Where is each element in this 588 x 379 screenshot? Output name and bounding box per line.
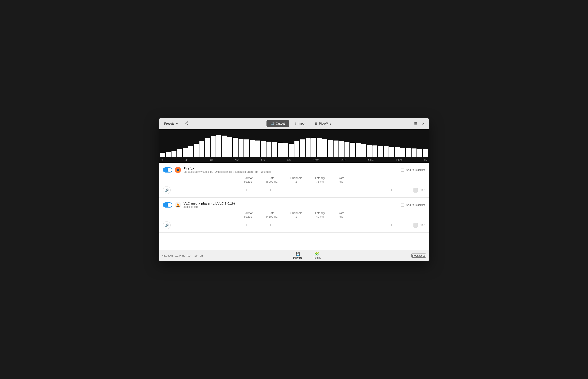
vlc-volume-row: 🔊 100 bbox=[163, 221, 425, 229]
eq-bar bbox=[227, 137, 232, 157]
eq-bar bbox=[406, 148, 411, 157]
firefox-volume-row: 🔊 100 bbox=[163, 186, 425, 194]
output-icon: 🔊 bbox=[271, 122, 274, 125]
eq-bar bbox=[222, 136, 227, 157]
eq-bar bbox=[289, 144, 294, 157]
eq-bar bbox=[244, 140, 249, 157]
firefox-volume-value: 100 bbox=[419, 189, 425, 192]
eq-bar bbox=[211, 136, 216, 157]
plugins-tab-icon: 🧩 bbox=[315, 252, 319, 256]
firefox-format: Format F32LE bbox=[244, 176, 253, 183]
close-button[interactable]: ✕ bbox=[421, 121, 426, 126]
firefox-latency: Latency 75 ms bbox=[315, 176, 325, 183]
eq-labels: 20 40 80 159 317 632 1262 2518 5024 1002… bbox=[159, 159, 429, 161]
tab-output[interactable]: 🔊 Output bbox=[267, 120, 289, 127]
vlc-rate: Rate 44100 Hz bbox=[265, 211, 277, 218]
vlc-format: Format F32LE bbox=[244, 211, 253, 218]
blocklist-toggle-button[interactable]: Blocklist ▲ bbox=[411, 253, 426, 258]
firefox-blocklist-wrap: Add to Blocklist bbox=[401, 168, 425, 172]
eq-bar bbox=[294, 141, 299, 157]
eq-bar bbox=[378, 146, 383, 157]
menu-button[interactable]: ☰ bbox=[413, 121, 418, 126]
eq-bar bbox=[334, 141, 338, 157]
blocklist-btn-label: Blocklist ▲ bbox=[412, 254, 426, 257]
player-header-vlc: VLC VLC media player (LibVLC 3.0.16) aud… bbox=[163, 202, 425, 208]
main-tabs: 🔊 Output 🎙 Input 🖥 PipeWire bbox=[192, 120, 410, 127]
eq-bar bbox=[372, 145, 377, 157]
firefox-blocklist-label: Add to Blocklist bbox=[406, 168, 425, 172]
vlc-blocklist-checkbox[interactable] bbox=[401, 203, 404, 207]
eq-bar bbox=[233, 138, 238, 157]
firefox-subtitle: Big Buck Bunny 60fps 4K · Official Blend… bbox=[184, 170, 398, 174]
firefox-volume-icon[interactable]: 🔊 bbox=[163, 186, 171, 194]
eq-bar bbox=[423, 149, 428, 157]
vlc-subtitle: audio stream bbox=[184, 205, 398, 208]
content-area: Firefox Big Buck Bunny 60fps 4K · Offici… bbox=[159, 163, 429, 250]
eq-bar bbox=[199, 141, 204, 157]
players-tab-icon: 💾 bbox=[296, 252, 300, 256]
bottom-tab-players[interactable]: 💾 Players bbox=[288, 251, 308, 261]
presets-label: Presets bbox=[164, 122, 174, 125]
eq-bar bbox=[350, 143, 355, 157]
presets-chevron-icon: ▼ bbox=[175, 122, 178, 125]
shuffle-button[interactable] bbox=[183, 120, 189, 127]
eq-bar bbox=[389, 147, 394, 157]
vlc-latency: Latency 40 ms bbox=[315, 211, 325, 218]
vlc-icon: VLC bbox=[175, 202, 181, 208]
firefox-icon bbox=[175, 167, 181, 173]
firefox-blocklist-checkbox[interactable] bbox=[401, 168, 404, 172]
eq-bar bbox=[417, 149, 422, 157]
main-window: Presets ▼ 🔊 Output 🎙 Input 🖥 PipeWire bbox=[159, 118, 429, 261]
eq-bar bbox=[367, 145, 372, 157]
firefox-state: State idle bbox=[338, 176, 344, 183]
tab-input[interactable]: 🎙 Input bbox=[290, 120, 309, 127]
eq-bar bbox=[267, 142, 271, 157]
firefox-toggle[interactable] bbox=[163, 167, 172, 173]
window-controls: ☰ ✕ bbox=[413, 121, 426, 126]
vlc-blocklist-label: Add to Blocklist bbox=[406, 203, 425, 206]
bottom-bar: 48.0 kHz 10.0 ms -14 -16 dB 💾 Players 🧩 … bbox=[159, 250, 429, 261]
vlc-volume-icon[interactable]: 🔊 bbox=[163, 221, 171, 229]
eq-bar bbox=[339, 141, 344, 157]
eq-bar bbox=[311, 138, 316, 157]
svg-text:VLC: VLC bbox=[176, 205, 180, 207]
player-card-firefox: Firefox Big Buck Bunny 60fps 4K · Offici… bbox=[159, 163, 429, 198]
firefox-name-wrap: Firefox Big Buck Bunny 60fps 4K · Offici… bbox=[184, 167, 398, 174]
eq-bar bbox=[400, 148, 405, 157]
firefox-volume-slider[interactable] bbox=[174, 188, 416, 192]
titlebar: Presets ▼ 🔊 Output 🎙 Input 🖥 PipeWire bbox=[159, 118, 429, 129]
eq-bar bbox=[194, 144, 199, 157]
player-card-vlc: VLC VLC media player (LibVLC 3.0.16) aud… bbox=[159, 198, 429, 233]
eq-bar bbox=[283, 143, 288, 157]
eq-bar bbox=[412, 148, 416, 157]
empty-area bbox=[159, 233, 429, 250]
eq-bar bbox=[216, 135, 221, 157]
bottom-tab-plugins[interactable]: 🧩 Plugins bbox=[308, 251, 326, 261]
player-header-firefox: Firefox Big Buck Bunny 60fps 4K · Offici… bbox=[163, 167, 425, 174]
vlc-channels: Channels 1 bbox=[290, 211, 302, 218]
vlc-name: VLC media player (LibVLC 3.0.16) bbox=[184, 202, 398, 205]
vlc-volume-slider[interactable] bbox=[174, 223, 416, 227]
eq-bar bbox=[250, 140, 255, 157]
vlc-toggle[interactable] bbox=[163, 202, 172, 207]
db-val1: -14 bbox=[187, 254, 191, 257]
eq-bar bbox=[395, 147, 400, 157]
eq-bar bbox=[322, 139, 327, 157]
eq-bar bbox=[177, 149, 182, 157]
firefox-rate: Rate 48000 Hz bbox=[265, 176, 277, 183]
status-info: 48.0 kHz 10.0 ms -14 -16 dB bbox=[162, 254, 203, 257]
eq-bar bbox=[384, 146, 389, 157]
eq-bar bbox=[278, 143, 283, 157]
eq-bar bbox=[172, 151, 176, 157]
eq-bar bbox=[328, 140, 333, 157]
tab-pipewire[interactable]: 🖥 PipeWire bbox=[310, 120, 335, 127]
eq-bar bbox=[361, 144, 366, 157]
eq-bar bbox=[345, 142, 350, 157]
firefox-name: Firefox bbox=[184, 167, 398, 170]
eq-bar bbox=[356, 143, 361, 157]
svg-rect-8 bbox=[177, 207, 179, 207]
bottom-tabs: 💾 Players 🧩 Plugins bbox=[203, 251, 411, 261]
presets-button[interactable]: Presets ▼ bbox=[162, 121, 180, 126]
pipewire-icon: 🖥 bbox=[315, 122, 318, 125]
firefox-format-row: Format F32LE Rate 48000 Hz Channels 2 La… bbox=[163, 176, 425, 183]
